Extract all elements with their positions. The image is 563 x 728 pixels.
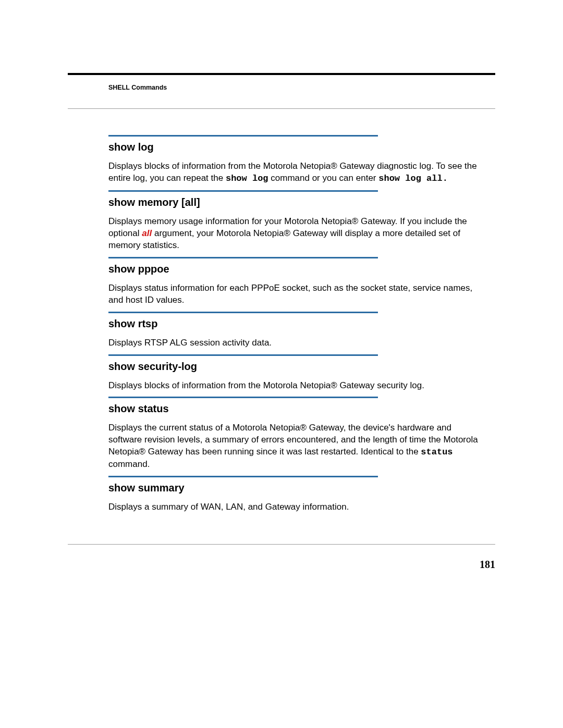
divider (108, 257, 378, 258)
command-description: Displays memory usage information for yo… (108, 216, 485, 252)
divider (108, 354, 378, 356)
entry-show-security-log: show security-log Displays blocks of inf… (108, 354, 485, 392)
page-number: 181 (480, 559, 495, 571)
command-description: Displays the current status of a Motorol… (108, 422, 485, 471)
desc-text: command. (108, 459, 150, 469)
top-rule-thick (68, 73, 495, 75)
inline-command: show log all. (378, 174, 448, 183)
command-description: Displays blocks of information from the … (108, 161, 485, 185)
divider (108, 190, 378, 192)
divider (108, 135, 378, 137)
command-description: Displays blocks of information from the … (108, 380, 485, 392)
footer-rule (68, 544, 495, 545)
entry-show-log: show log Displays blocks of information … (108, 135, 485, 185)
command-heading: show log (108, 141, 485, 153)
header-row: SHELL Commands (68, 78, 495, 96)
divider (108, 397, 378, 398)
command-description: Displays a summary of WAN, LAN, and Gate… (108, 501, 485, 513)
command-heading: show status (108, 402, 485, 415)
section-label: SHELL Commands (108, 84, 167, 91)
entry-show-summary: show summary Displays a summary of WAN, … (108, 476, 485, 513)
entry-show-memory: show memory [all] Displays memory usage … (108, 190, 485, 252)
divider (108, 476, 378, 477)
command-heading: show security-log (108, 360, 485, 373)
command-heading: show summary (108, 482, 485, 494)
argument: all (142, 228, 152, 238)
entry-show-pppoe: show pppoe Displays status information f… (108, 257, 485, 306)
desc-text: command or you can enter (268, 173, 379, 183)
command-description: Displays status information for each PPP… (108, 282, 485, 306)
entry-show-rtsp: show rtsp Displays RTSP ALG session acti… (108, 312, 485, 349)
command-heading: show memory [all] (108, 196, 485, 208)
entry-show-status: show status Displays the current status … (108, 397, 485, 471)
inline-command: status (421, 447, 452, 457)
content-area: show log Displays blocks of information … (68, 109, 495, 513)
page: SHELL Commands show log Displays blocks … (0, 0, 563, 728)
divider (108, 312, 378, 313)
command-heading: show rtsp (108, 317, 485, 330)
inline-command: show log (226, 174, 268, 183)
command-description: Displays RTSP ALG session activity data. (108, 337, 485, 349)
desc-text: argument, your Motorola Netopia® Gateway… (108, 228, 460, 250)
command-heading: show pppoe (108, 263, 485, 275)
